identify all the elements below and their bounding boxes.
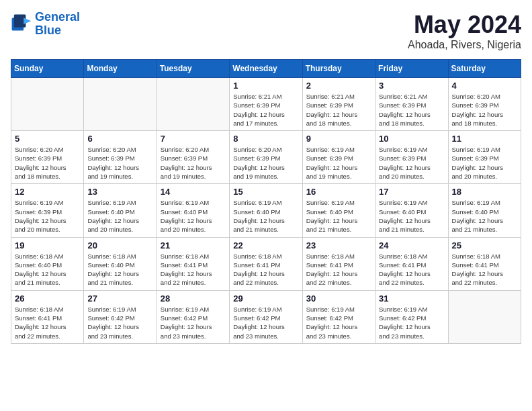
logo-text: General Blue	[35, 11, 80, 38]
day-info: Sunrise: 6:19 AM Sunset: 6:40 PM Dayligh…	[233, 198, 298, 234]
day-info: Sunrise: 6:19 AM Sunset: 6:39 PM Dayligh…	[15, 198, 80, 234]
weekday-header-saturday: Saturday	[448, 60, 521, 78]
week-row-2: 5Sunrise: 6:20 AM Sunset: 6:39 PM Daylig…	[11, 131, 521, 184]
day-info: Sunrise: 6:21 AM Sunset: 6:39 PM Dayligh…	[306, 92, 371, 128]
calendar-cell: 3Sunrise: 6:21 AM Sunset: 6:39 PM Daylig…	[375, 78, 448, 131]
day-number: 5	[15, 134, 80, 144]
calendar-cell: 25Sunrise: 6:18 AM Sunset: 6:41 PM Dayli…	[448, 237, 521, 290]
day-info: Sunrise: 6:18 AM Sunset: 6:40 PM Dayligh…	[87, 252, 152, 287]
calendar-cell: 13Sunrise: 6:19 AM Sunset: 6:40 PM Dayli…	[84, 184, 157, 237]
day-info: Sunrise: 6:19 AM Sunset: 6:40 PM Dayligh…	[87, 198, 152, 234]
day-info: Sunrise: 6:21 AM Sunset: 6:39 PM Dayligh…	[379, 92, 444, 128]
day-info: Sunrise: 6:19 AM Sunset: 6:39 PM Dayligh…	[379, 145, 444, 181]
day-number: 17	[379, 187, 444, 197]
weekday-header-sunday: Sunday	[11, 60, 84, 78]
day-number: 13	[87, 187, 152, 197]
day-info: Sunrise: 6:18 AM Sunset: 6:41 PM Dayligh…	[452, 252, 517, 287]
day-number: 3	[379, 81, 444, 91]
day-info: Sunrise: 6:19 AM Sunset: 6:42 PM Dayligh…	[306, 305, 371, 340]
calendar-cell: 26Sunrise: 6:18 AM Sunset: 6:41 PM Dayli…	[11, 290, 84, 343]
weekday-header-wednesday: Wednesday	[230, 60, 302, 78]
day-number: 10	[379, 134, 444, 144]
day-info: Sunrise: 6:19 AM Sunset: 6:40 PM Dayligh…	[452, 198, 517, 234]
calendar-cell: 23Sunrise: 6:18 AM Sunset: 6:41 PM Dayli…	[302, 237, 375, 290]
day-number: 19	[15, 240, 80, 250]
day-info: Sunrise: 6:19 AM Sunset: 6:40 PM Dayligh…	[379, 198, 444, 234]
day-number: 31	[379, 293, 444, 304]
calendar-cell: 6Sunrise: 6:20 AM Sunset: 6:39 PM Daylig…	[84, 131, 157, 184]
day-info: Sunrise: 6:18 AM Sunset: 6:41 PM Dayligh…	[379, 252, 444, 287]
day-number: 18	[452, 187, 517, 197]
day-info: Sunrise: 6:19 AM Sunset: 6:40 PM Dayligh…	[161, 198, 226, 234]
calendar-cell: 19Sunrise: 6:18 AM Sunset: 6:40 PM Dayli…	[11, 237, 84, 290]
day-info: Sunrise: 6:19 AM Sunset: 6:39 PM Dayligh…	[306, 145, 371, 181]
day-info: Sunrise: 6:19 AM Sunset: 6:42 PM Dayligh…	[233, 305, 298, 340]
day-info: Sunrise: 6:20 AM Sunset: 6:39 PM Dayligh…	[233, 145, 298, 181]
calendar-cell: 2Sunrise: 6:21 AM Sunset: 6:39 PM Daylig…	[302, 78, 375, 131]
day-info: Sunrise: 6:19 AM Sunset: 6:42 PM Dayligh…	[379, 305, 444, 340]
calendar-cell: 16Sunrise: 6:19 AM Sunset: 6:40 PM Dayli…	[302, 184, 375, 237]
day-info: Sunrise: 6:19 AM Sunset: 6:42 PM Dayligh…	[161, 305, 226, 340]
week-row-4: 19Sunrise: 6:18 AM Sunset: 6:40 PM Dayli…	[11, 237, 521, 290]
logo-icon	[11, 13, 32, 35]
logo-line2: Blue	[35, 24, 61, 37]
calendar-cell: 27Sunrise: 6:19 AM Sunset: 6:42 PM Dayli…	[84, 290, 157, 343]
logo[interactable]: General Blue	[11, 11, 80, 38]
day-number: 15	[233, 187, 298, 197]
calendar-cell	[157, 78, 229, 131]
calendar-cell: 4Sunrise: 6:20 AM Sunset: 6:39 PM Daylig…	[448, 78, 521, 131]
day-info: Sunrise: 6:18 AM Sunset: 6:41 PM Dayligh…	[15, 305, 80, 340]
day-info: Sunrise: 6:19 AM Sunset: 6:40 PM Dayligh…	[306, 198, 371, 234]
calendar-cell: 24Sunrise: 6:18 AM Sunset: 6:41 PM Dayli…	[375, 237, 448, 290]
calendar-table: SundayMondayTuesdayWednesdayThursdayFrid…	[11, 59, 521, 344]
calendar-cell: 31Sunrise: 6:19 AM Sunset: 6:42 PM Dayli…	[375, 290, 448, 343]
day-number: 22	[233, 240, 298, 250]
day-info: Sunrise: 6:20 AM Sunset: 6:39 PM Dayligh…	[452, 92, 517, 128]
day-number: 8	[233, 134, 298, 144]
calendar-cell: 30Sunrise: 6:19 AM Sunset: 6:42 PM Dayli…	[302, 290, 375, 343]
week-row-1: 1Sunrise: 6:21 AM Sunset: 6:39 PM Daylig…	[11, 78, 521, 131]
day-number: 26	[15, 293, 80, 304]
month-title: May 2024	[408, 11, 521, 39]
day-info: Sunrise: 6:18 AM Sunset: 6:41 PM Dayligh…	[306, 252, 371, 287]
calendar-cell	[84, 78, 157, 131]
calendar-cell: 9Sunrise: 6:19 AM Sunset: 6:39 PM Daylig…	[302, 131, 375, 184]
calendar-cell: 1Sunrise: 6:21 AM Sunset: 6:39 PM Daylig…	[230, 78, 302, 131]
day-info: Sunrise: 6:19 AM Sunset: 6:42 PM Dayligh…	[87, 305, 152, 340]
calendar-cell: 28Sunrise: 6:19 AM Sunset: 6:42 PM Dayli…	[157, 290, 229, 343]
week-row-3: 12Sunrise: 6:19 AM Sunset: 6:39 PM Dayli…	[11, 184, 521, 237]
day-info: Sunrise: 6:19 AM Sunset: 6:39 PM Dayligh…	[452, 145, 517, 181]
calendar-cell: 10Sunrise: 6:19 AM Sunset: 6:39 PM Dayli…	[375, 131, 448, 184]
day-number: 25	[452, 240, 517, 250]
calendar-cell: 22Sunrise: 6:18 AM Sunset: 6:41 PM Dayli…	[230, 237, 302, 290]
day-number: 7	[161, 134, 226, 144]
calendar-cell: 11Sunrise: 6:19 AM Sunset: 6:39 PM Dayli…	[448, 131, 521, 184]
calendar-cell: 15Sunrise: 6:19 AM Sunset: 6:40 PM Dayli…	[230, 184, 302, 237]
calendar-cell: 14Sunrise: 6:19 AM Sunset: 6:40 PM Dayli…	[157, 184, 229, 237]
day-number: 1	[233, 81, 298, 91]
weekday-header-row: SundayMondayTuesdayWednesdayThursdayFrid…	[11, 60, 521, 78]
calendar-cell: 12Sunrise: 6:19 AM Sunset: 6:39 PM Dayli…	[11, 184, 84, 237]
page-header: General Blue May 2024 Ahoada, Rivers, Ni…	[11, 11, 521, 51]
day-number: 14	[161, 187, 226, 197]
calendar-cell	[448, 290, 521, 343]
day-number: 24	[379, 240, 444, 250]
day-number: 28	[161, 293, 226, 304]
calendar-cell: 5Sunrise: 6:20 AM Sunset: 6:39 PM Daylig…	[11, 131, 84, 184]
day-number: 29	[233, 293, 298, 304]
day-number: 12	[15, 187, 80, 197]
logo-line1: General	[35, 10, 80, 24]
day-info: Sunrise: 6:18 AM Sunset: 6:41 PM Dayligh…	[161, 252, 226, 287]
day-number: 23	[306, 240, 371, 250]
day-number: 20	[87, 240, 152, 250]
location-title: Ahoada, Rivers, Nigeria	[408, 39, 521, 51]
day-number: 27	[87, 293, 152, 304]
svg-marker-2	[24, 17, 31, 24]
calendar-cell: 21Sunrise: 6:18 AM Sunset: 6:41 PM Dayli…	[157, 237, 229, 290]
day-info: Sunrise: 6:18 AM Sunset: 6:41 PM Dayligh…	[233, 252, 298, 287]
title-block: May 2024 Ahoada, Rivers, Nigeria	[408, 11, 521, 51]
calendar-cell: 8Sunrise: 6:20 AM Sunset: 6:39 PM Daylig…	[230, 131, 302, 184]
day-number: 30	[306, 293, 371, 304]
day-number: 16	[306, 187, 371, 197]
weekday-header-monday: Monday	[84, 60, 157, 78]
